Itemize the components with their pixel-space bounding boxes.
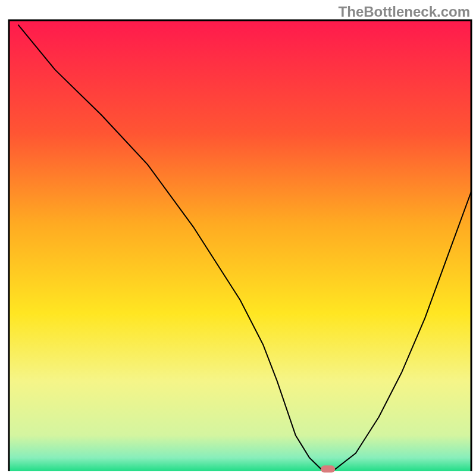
watermark-text: TheBottleneck.com xyxy=(339,4,470,20)
chart-svg xyxy=(0,0,476,476)
plot-background xyxy=(9,20,471,471)
bottleneck-chart: TheBottleneck.com xyxy=(0,0,476,476)
optimal-marker xyxy=(321,465,335,472)
